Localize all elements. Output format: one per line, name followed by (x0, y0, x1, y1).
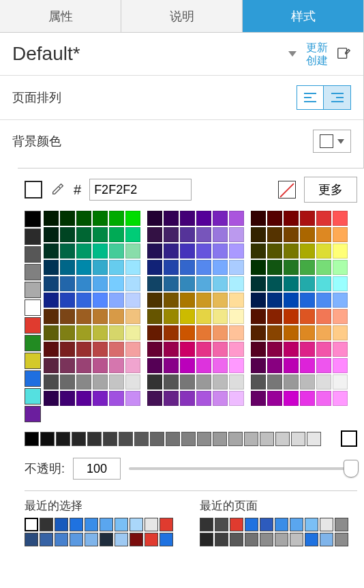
color-swatch[interactable] (333, 227, 348, 242)
color-swatch[interactable] (164, 227, 179, 242)
color-swatch[interactable] (103, 432, 117, 446)
color-swatch[interactable] (333, 374, 348, 389)
color-swatch[interactable] (180, 211, 195, 226)
color-swatch[interactable] (164, 276, 179, 291)
color-swatch[interactable] (284, 211, 299, 226)
color-swatch[interactable] (85, 533, 98, 546)
color-swatch[interactable] (316, 358, 331, 373)
color-swatch[interactable] (125, 325, 140, 340)
color-swatch[interactable] (147, 309, 162, 324)
color-swatch[interactable] (147, 276, 162, 291)
color-swatch[interactable] (229, 325, 244, 340)
color-swatch[interactable] (147, 227, 162, 242)
color-swatch[interactable] (164, 342, 179, 357)
color-swatch[interactable] (44, 309, 59, 324)
color-swatch[interactable] (44, 211, 59, 226)
color-swatch[interactable] (93, 211, 108, 226)
color-swatch[interactable] (213, 358, 228, 373)
color-swatch[interactable] (213, 391, 228, 406)
color-swatch[interactable] (333, 342, 348, 357)
color-swatch[interactable] (109, 293, 124, 308)
color-swatch[interactable] (145, 518, 158, 531)
color-swatch[interactable] (275, 533, 288, 546)
color-swatch[interactable] (316, 293, 331, 308)
color-swatch[interactable] (284, 342, 299, 357)
color-swatch[interactable] (316, 374, 331, 389)
color-swatch[interactable] (267, 325, 282, 340)
color-swatch[interactable] (260, 432, 274, 446)
color-swatch[interactable] (60, 309, 75, 324)
color-swatch[interactable] (100, 518, 113, 531)
color-swatch[interactable] (87, 432, 102, 446)
color-swatch[interactable] (196, 391, 211, 406)
color-swatch[interactable] (300, 342, 315, 357)
color-swatch[interactable] (181, 432, 196, 446)
color-swatch[interactable] (125, 211, 140, 226)
color-swatch[interactable] (25, 282, 41, 298)
color-swatch[interactable] (228, 432, 243, 446)
color-swatch[interactable] (109, 211, 124, 226)
color-swatch[interactable] (290, 533, 303, 546)
color-swatch[interactable] (150, 432, 164, 446)
color-swatch[interactable] (125, 227, 140, 242)
color-swatch[interactable] (160, 518, 173, 531)
color-swatch[interactable] (284, 260, 299, 275)
color-swatch[interactable] (93, 244, 108, 259)
color-swatch[interactable] (267, 391, 282, 406)
color-swatch[interactable] (109, 260, 124, 275)
color-swatch[interactable] (213, 293, 228, 308)
color-swatch[interactable] (267, 260, 282, 275)
color-swatch[interactable] (76, 309, 91, 324)
color-swatch[interactable] (134, 432, 149, 446)
color-swatch[interactable] (213, 211, 228, 226)
color-swatch[interactable] (93, 391, 108, 406)
color-swatch[interactable] (300, 276, 315, 291)
color-swatch[interactable] (76, 342, 91, 357)
color-swatch[interactable] (284, 244, 299, 259)
color-swatch[interactable] (25, 388, 41, 405)
color-swatch[interactable] (300, 374, 315, 389)
color-swatch[interactable] (130, 518, 143, 531)
color-swatch[interactable] (76, 325, 91, 340)
color-swatch[interactable] (260, 533, 273, 546)
color-swatch[interactable] (196, 325, 211, 340)
color-swatch[interactable] (109, 227, 124, 242)
color-swatch[interactable] (213, 309, 228, 324)
color-swatch[interactable] (93, 342, 108, 357)
color-swatch[interactable] (229, 374, 244, 389)
color-swatch[interactable] (197, 432, 211, 446)
color-swatch[interactable] (196, 244, 211, 259)
color-swatch[interactable] (60, 260, 75, 275)
color-swatch[interactable] (44, 374, 59, 389)
color-swatch[interactable] (300, 358, 315, 373)
color-swatch[interactable] (44, 358, 59, 373)
color-swatch[interactable] (316, 325, 331, 340)
color-swatch[interactable] (213, 342, 228, 357)
color-swatch[interactable] (180, 227, 195, 242)
color-swatch[interactable] (213, 260, 228, 275)
color-swatch[interactable] (229, 244, 244, 259)
align-right-button[interactable] (324, 85, 351, 110)
color-swatch[interactable] (93, 260, 108, 275)
color-swatch[interactable] (229, 358, 244, 373)
color-swatch[interactable] (316, 276, 331, 291)
color-swatch[interactable] (25, 229, 41, 245)
color-swatch[interactable] (180, 325, 195, 340)
color-swatch[interactable] (229, 391, 244, 406)
color-swatch[interactable] (180, 244, 195, 259)
color-swatch[interactable] (230, 518, 243, 531)
update-style-link[interactable]: 更新 (306, 41, 328, 54)
color-swatch[interactable] (164, 260, 179, 275)
color-swatch[interactable] (76, 227, 91, 242)
color-swatch[interactable] (267, 244, 282, 259)
color-swatch[interactable] (125, 358, 140, 373)
style-dropdown-icon[interactable] (288, 51, 297, 57)
color-swatch[interactable] (44, 342, 59, 357)
color-swatch[interactable] (213, 244, 228, 259)
color-swatch[interactable] (300, 227, 315, 242)
color-swatch[interactable] (284, 325, 299, 340)
color-swatch[interactable] (180, 260, 195, 275)
color-swatch[interactable] (25, 406, 41, 422)
color-swatch[interactable] (55, 518, 68, 531)
color-swatch[interactable] (160, 533, 173, 546)
